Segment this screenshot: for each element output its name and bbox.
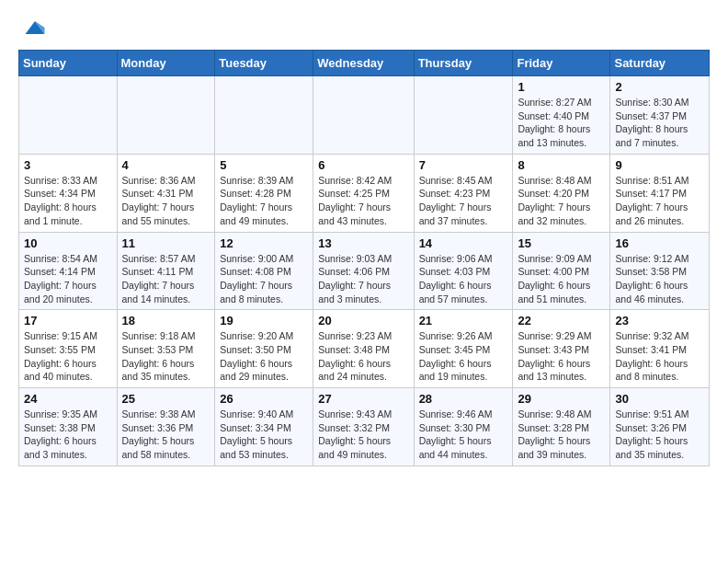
day-number: 11 bbox=[122, 236, 210, 250]
day-info: Sunrise: 8:42 AM Sunset: 4:25 PM Dayligh… bbox=[318, 174, 408, 228]
day-info: Sunrise: 8:54 AM Sunset: 4:14 PM Dayligh… bbox=[24, 252, 112, 306]
calendar-cell: 4Sunrise: 8:36 AM Sunset: 4:31 PM Daylig… bbox=[117, 154, 215, 232]
calendar-week-row: 1Sunrise: 8:27 AM Sunset: 4:40 PM Daylig… bbox=[19, 76, 710, 155]
day-number: 17 bbox=[24, 314, 112, 327]
day-number: 23 bbox=[615, 314, 704, 327]
day-number: 24 bbox=[24, 392, 112, 406]
day-info: Sunrise: 9:38 AM Sunset: 3:36 PM Dayligh… bbox=[122, 408, 210, 462]
calendar-cell: 2Sunrise: 8:30 AM Sunset: 4:37 PM Daylig… bbox=[610, 76, 710, 155]
calendar-cell: 28Sunrise: 9:46 AM Sunset: 3:30 PM Dayli… bbox=[414, 388, 513, 466]
logo bbox=[18, 15, 50, 40]
day-info: Sunrise: 9:06 AM Sunset: 4:03 PM Dayligh… bbox=[419, 252, 508, 306]
day-info: Sunrise: 9:12 AM Sunset: 3:58 PM Dayligh… bbox=[615, 252, 704, 306]
day-number: 5 bbox=[220, 158, 308, 172]
calendar-cell bbox=[117, 76, 215, 155]
logo-icon bbox=[22, 15, 48, 40]
day-info: Sunrise: 9:29 AM Sunset: 3:43 PM Dayligh… bbox=[518, 329, 605, 384]
calendar-cell: 9Sunrise: 8:51 AM Sunset: 4:17 PM Daylig… bbox=[610, 154, 710, 232]
calendar-cell: 10Sunrise: 8:54 AM Sunset: 4:14 PM Dayli… bbox=[19, 232, 118, 310]
day-info: Sunrise: 8:45 AM Sunset: 4:23 PM Dayligh… bbox=[419, 174, 508, 228]
day-number: 14 bbox=[419, 236, 508, 250]
calendar-cell: 5Sunrise: 8:39 AM Sunset: 4:28 PM Daylig… bbox=[215, 154, 313, 232]
calendar-cell: 16Sunrise: 9:12 AM Sunset: 3:58 PM Dayli… bbox=[610, 232, 710, 310]
day-info: Sunrise: 9:23 AM Sunset: 3:48 PM Dayligh… bbox=[318, 329, 408, 384]
calendar-week-row: 24Sunrise: 9:35 AM Sunset: 3:38 PM Dayli… bbox=[19, 388, 710, 466]
day-number: 1 bbox=[518, 80, 605, 94]
day-number: 4 bbox=[122, 158, 210, 172]
calendar-cell: 26Sunrise: 9:40 AM Sunset: 3:34 PM Dayli… bbox=[215, 388, 313, 466]
calendar-cell: 23Sunrise: 9:32 AM Sunset: 3:41 PM Dayli… bbox=[610, 310, 710, 388]
day-number: 3 bbox=[24, 158, 112, 172]
day-info: Sunrise: 9:18 AM Sunset: 3:53 PM Dayligh… bbox=[122, 329, 210, 384]
day-number: 29 bbox=[518, 392, 605, 406]
day-number: 2 bbox=[615, 80, 704, 94]
calendar-table: SundayMondayTuesdayWednesdayThursdayFrid… bbox=[18, 50, 710, 466]
calendar-header-row: SundayMondayTuesdayWednesdayThursdayFrid… bbox=[19, 51, 710, 76]
day-info: Sunrise: 8:27 AM Sunset: 4:40 PM Dayligh… bbox=[518, 96, 605, 150]
day-info: Sunrise: 8:36 AM Sunset: 4:31 PM Dayligh… bbox=[122, 174, 210, 228]
day-number: 30 bbox=[615, 392, 704, 406]
calendar-cell: 19Sunrise: 9:20 AM Sunset: 3:50 PM Dayli… bbox=[215, 310, 313, 388]
calendar-cell: 15Sunrise: 9:09 AM Sunset: 4:00 PM Dayli… bbox=[513, 232, 610, 310]
calendar-week-row: 10Sunrise: 8:54 AM Sunset: 4:14 PM Dayli… bbox=[19, 232, 710, 310]
calendar-cell: 11Sunrise: 8:57 AM Sunset: 4:11 PM Dayli… bbox=[117, 232, 215, 310]
day-info: Sunrise: 9:35 AM Sunset: 3:38 PM Dayligh… bbox=[24, 408, 112, 462]
calendar-header-tuesday: Tuesday bbox=[215, 51, 313, 76]
calendar-header-wednesday: Wednesday bbox=[313, 51, 414, 76]
day-number: 10 bbox=[24, 236, 112, 250]
header bbox=[18, 15, 710, 40]
calendar-cell: 18Sunrise: 9:18 AM Sunset: 3:53 PM Dayli… bbox=[117, 310, 215, 388]
day-info: Sunrise: 8:51 AM Sunset: 4:17 PM Dayligh… bbox=[615, 174, 704, 228]
day-info: Sunrise: 8:30 AM Sunset: 4:37 PM Dayligh… bbox=[615, 96, 704, 150]
day-number: 20 bbox=[318, 314, 408, 327]
calendar-cell: 21Sunrise: 9:26 AM Sunset: 3:45 PM Dayli… bbox=[414, 310, 513, 388]
day-info: Sunrise: 8:39 AM Sunset: 4:28 PM Dayligh… bbox=[220, 174, 308, 228]
calendar-cell: 7Sunrise: 8:45 AM Sunset: 4:23 PM Daylig… bbox=[414, 154, 513, 232]
day-info: Sunrise: 9:46 AM Sunset: 3:30 PM Dayligh… bbox=[419, 408, 508, 462]
day-info: Sunrise: 9:00 AM Sunset: 4:08 PM Dayligh… bbox=[220, 252, 308, 306]
day-number: 25 bbox=[122, 392, 210, 406]
calendar-cell: 29Sunrise: 9:48 AM Sunset: 3:28 PM Dayli… bbox=[513, 388, 610, 466]
day-info: Sunrise: 9:40 AM Sunset: 3:34 PM Dayligh… bbox=[220, 408, 308, 462]
calendar-cell: 25Sunrise: 9:38 AM Sunset: 3:36 PM Dayli… bbox=[117, 388, 215, 466]
day-number: 16 bbox=[615, 236, 704, 250]
calendar-cell: 13Sunrise: 9:03 AM Sunset: 4:06 PM Dayli… bbox=[313, 232, 414, 310]
calendar-header-sunday: Sunday bbox=[19, 51, 118, 76]
day-number: 19 bbox=[220, 314, 308, 327]
calendar-header-saturday: Saturday bbox=[610, 51, 710, 76]
calendar-cell bbox=[313, 76, 414, 155]
day-info: Sunrise: 9:32 AM Sunset: 3:41 PM Dayligh… bbox=[615, 329, 704, 384]
day-info: Sunrise: 8:57 AM Sunset: 4:11 PM Dayligh… bbox=[122, 252, 210, 306]
day-number: 21 bbox=[419, 314, 508, 327]
day-info: Sunrise: 9:48 AM Sunset: 3:28 PM Dayligh… bbox=[518, 408, 605, 462]
calendar-cell: 24Sunrise: 9:35 AM Sunset: 3:38 PM Dayli… bbox=[19, 388, 118, 466]
day-info: Sunrise: 9:15 AM Sunset: 3:55 PM Dayligh… bbox=[24, 329, 112, 384]
day-number: 13 bbox=[318, 236, 408, 250]
day-number: 12 bbox=[220, 236, 308, 250]
day-info: Sunrise: 9:09 AM Sunset: 4:00 PM Dayligh… bbox=[518, 252, 605, 306]
day-number: 27 bbox=[318, 392, 408, 406]
day-info: Sunrise: 9:20 AM Sunset: 3:50 PM Dayligh… bbox=[220, 329, 308, 384]
day-info: Sunrise: 9:26 AM Sunset: 3:45 PM Dayligh… bbox=[419, 329, 508, 384]
day-number: 8 bbox=[518, 158, 605, 172]
calendar-cell bbox=[414, 76, 513, 155]
calendar-cell: 12Sunrise: 9:00 AM Sunset: 4:08 PM Dayli… bbox=[215, 232, 313, 310]
day-info: Sunrise: 9:43 AM Sunset: 3:32 PM Dayligh… bbox=[318, 408, 408, 462]
day-number: 28 bbox=[419, 392, 508, 406]
day-number: 6 bbox=[318, 158, 408, 172]
calendar-header-friday: Friday bbox=[513, 51, 610, 76]
day-info: Sunrise: 8:48 AM Sunset: 4:20 PM Dayligh… bbox=[518, 174, 605, 228]
day-number: 26 bbox=[220, 392, 308, 406]
calendar-cell: 30Sunrise: 9:51 AM Sunset: 3:26 PM Dayli… bbox=[610, 388, 710, 466]
calendar-week-row: 17Sunrise: 9:15 AM Sunset: 3:55 PM Dayli… bbox=[19, 310, 710, 388]
calendar-cell: 22Sunrise: 9:29 AM Sunset: 3:43 PM Dayli… bbox=[513, 310, 610, 388]
day-number: 18 bbox=[122, 314, 210, 327]
day-info: Sunrise: 8:33 AM Sunset: 4:34 PM Dayligh… bbox=[24, 174, 112, 228]
calendar-cell bbox=[215, 76, 313, 155]
day-number: 22 bbox=[518, 314, 605, 327]
calendar-header-thursday: Thursday bbox=[414, 51, 513, 76]
day-info: Sunrise: 9:51 AM Sunset: 3:26 PM Dayligh… bbox=[615, 408, 704, 462]
calendar-cell: 17Sunrise: 9:15 AM Sunset: 3:55 PM Dayli… bbox=[19, 310, 118, 388]
day-info: Sunrise: 9:03 AM Sunset: 4:06 PM Dayligh… bbox=[318, 252, 408, 306]
calendar-header-monday: Monday bbox=[117, 51, 215, 76]
